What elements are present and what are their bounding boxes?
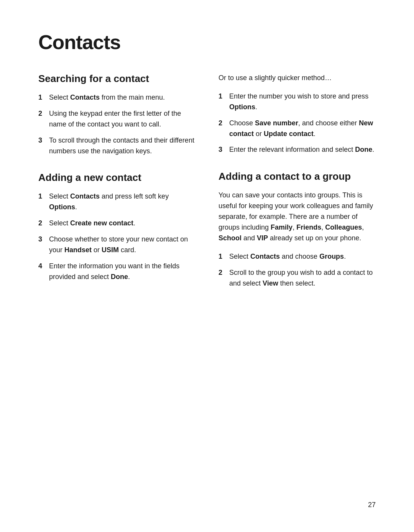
list-number: 3 xyxy=(219,144,222,155)
list-number: 4 xyxy=(38,261,42,272)
list-item: 3 Enter the relevant information and sel… xyxy=(219,144,376,155)
list-item: 3 To scroll through the contacts and the… xyxy=(38,135,196,157)
right-intro-text: Or to use a slightly quicker method… xyxy=(219,73,376,84)
quicker-method-list: 1 Enter the number you wish to store and… xyxy=(219,91,376,155)
section-adding-title: Adding a new contact xyxy=(38,172,196,184)
list-item: 2 Select Create new contact. xyxy=(38,218,196,229)
section-group-title: Adding a contact to a group xyxy=(219,171,376,182)
left-column: Searching for a contact 1 Select Contact… xyxy=(38,73,196,304)
list-number: 3 xyxy=(38,234,42,245)
list-number: 1 xyxy=(38,92,42,103)
right-column: Or to use a slightly quicker method… 1 E… xyxy=(219,73,376,304)
two-column-layout: Searching for a contact 1 Select Contact… xyxy=(38,73,376,304)
list-number: 2 xyxy=(219,118,222,129)
page-title: Contacts xyxy=(38,31,376,54)
list-item: 4 Enter the information you want in the … xyxy=(38,261,196,282)
list-number: 1 xyxy=(38,191,42,202)
page-number: 27 xyxy=(368,501,376,509)
group-list: 1 Select Contacts and choose Groups. 2 S… xyxy=(219,251,376,289)
list-number: 2 xyxy=(38,108,42,119)
list-number: 1 xyxy=(219,91,222,102)
page: Contacts Searching for a contact 1 Selec… xyxy=(0,0,414,532)
list-item: 1 Select Contacts and press left soft ke… xyxy=(38,191,196,213)
list-number: 2 xyxy=(38,218,42,229)
searching-list: 1 Select Contacts from the main menu. 2 … xyxy=(38,92,196,156)
adding-list: 1 Select Contacts and press left soft ke… xyxy=(38,191,196,282)
list-number: 3 xyxy=(38,135,42,146)
list-item: 2 Using the keypad enter the first lette… xyxy=(38,108,196,130)
list-item: 1 Select Contacts and choose Groups. xyxy=(219,251,376,262)
list-item: 2 Scroll to the group you wish to add a … xyxy=(219,268,376,289)
group-intro-text: You can save your contacts into groups. … xyxy=(219,190,376,243)
list-number: 2 xyxy=(219,268,222,278)
list-item: 1 Select Contacts from the main menu. xyxy=(38,92,196,103)
list-number: 1 xyxy=(219,251,222,262)
list-item: 3 Choose whether to store your new conta… xyxy=(38,234,196,256)
list-item: 2 Choose Save number, and choose either … xyxy=(219,118,376,140)
section-searching-title: Searching for a contact xyxy=(38,73,196,85)
list-item: 1 Enter the number you wish to store and… xyxy=(219,91,376,113)
